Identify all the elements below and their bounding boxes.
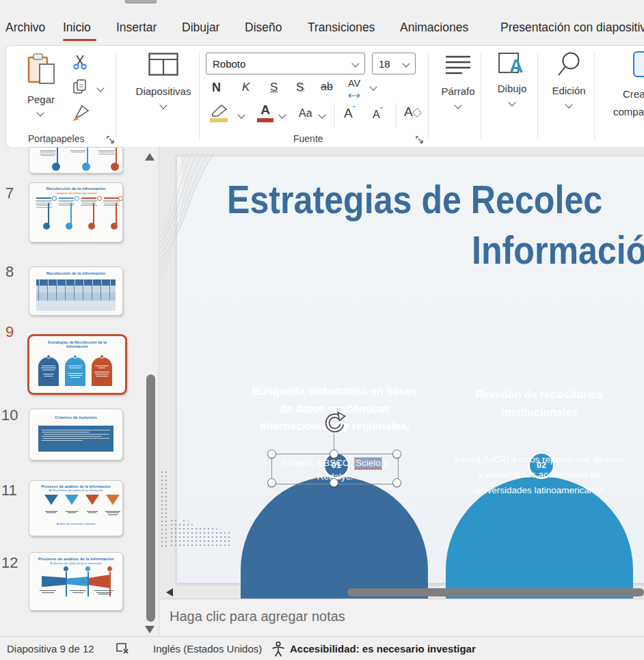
drawing-button[interactable]: A Dibujo [487,51,537,108]
clipboard-group-label: Portapapeles [28,133,85,144]
thumb12-title: Procesos de análisis de la información [29,557,122,562]
menu-transiciones[interactable]: Transiciones [308,20,375,35]
shrink-font-button[interactable]: Aˇ [373,106,383,121]
menu-bar: Archivo Inicio Insertar Dibujar Diseño T… [0,0,644,46]
hscroll-left-icon[interactable] [166,588,173,596]
paragraph-button[interactable]: Párrafo [433,54,483,111]
slide-thumbnail-partial[interactable] [29,147,123,174]
slide-number-7: 7 [5,184,14,202]
panel-scrollbar-thumb[interactable] [146,374,155,622]
font-color-chevron-icon[interactable] [278,111,286,118]
slide-thumbnail-7[interactable]: Recolección de la información Categorías… [29,182,123,243]
slide-title-line2[interactable]: Información [472,228,644,273]
eraser-diamond-icon [412,108,422,118]
italic-button[interactable]: K [242,81,250,94]
thumb10-textbox [38,426,113,452]
language-indicator[interactable]: Inglés (Estados Unidos) [153,643,262,655]
selection-handle-top-right[interactable] [392,450,401,458]
thumb7-columns [29,195,122,234]
change-case-button[interactable]: Aa [299,107,312,120]
strikethrough-button[interactable]: ab [321,81,333,93]
accessibility-status[interactable]: Accesibilidad: es necesario investigar [290,643,476,655]
clear-format-letter: A [404,105,413,119]
status-bar: Diapositiva 9 de 12 Inglés (Estados Unid… [0,636,644,660]
window-drag-handle[interactable] [125,0,157,3]
menu-inicio[interactable]: Inicio [63,20,91,35]
slide-thumbnail-10[interactable]: Criterios de inclusión [29,409,123,460]
selection-handle-bottom-center[interactable] [330,478,338,487]
selection-handle-top-left[interactable] [267,450,276,458]
clear-formatting-button[interactable]: A [404,105,420,120]
grow-font-button[interactable]: Aˆ [344,105,355,121]
menu-archivo[interactable]: Archivo [5,20,45,35]
proofing-error-icon[interactable] [115,642,130,655]
font-dialog-launcher[interactable] [415,135,424,147]
panel-scroll-up-icon[interactable] [145,153,155,161]
panel-scroll-down-icon[interactable] [145,626,155,633]
paragraph-lines-icon [444,54,472,76]
menu-dibujar[interactable]: Dibujar [182,20,219,35]
font-color-button[interactable]: A [256,103,274,122]
arch2-body-text[interactable]: Kérwá (UCR) y otros repositorios de tesi… [451,452,628,498]
slide-thumbnail-8[interactable]: Recolección de la información [29,266,123,316]
highlighter-chevron-icon[interactable] [237,111,245,118]
ribbon-separator [594,53,595,140]
magnifier-icon [556,51,582,79]
menu-insertar[interactable]: Insertar [116,20,157,35]
font-size-chevron-icon [402,59,410,67]
character-spacing-button[interactable]: AV [348,78,360,101]
slide-thumbnail-9-selected[interactable]: Estrategias de Recolección de la Informa… [27,334,127,395]
paste-button[interactable]: Pegar [20,51,61,120]
menu-diseno[interactable]: Diseño [245,20,282,35]
selection-handle-bottom-right[interactable] [392,478,401,487]
selection-handle-top-center[interactable] [330,450,338,458]
menu-animaciones[interactable]: Animaciones [400,20,468,35]
notes-placeholder[interactable]: Haga clic para agregar notas [170,609,345,624]
slide-thumbnail-11[interactable]: Procesos de análisis de la información A… [29,480,123,536]
notes-panel[interactable]: Haga clic para agregar notas [160,599,644,636]
slide-number-8: 8 [5,263,14,281]
highlighter-button[interactable] [209,103,229,125]
slides-label: Diapositivas [133,85,194,97]
rotate-handle-icon[interactable] [321,409,347,435]
change-case-chevron-icon[interactable] [318,111,325,118]
spacing-chevron-icon[interactable] [369,83,377,90]
font-name-value: Roboto [213,58,245,70]
copy-button[interactable] [72,79,88,98]
thumb11-funnels [29,492,122,522]
highlighter-icon [209,103,229,122]
font-size-combo[interactable]: 18 [372,53,416,74]
drawing-chevron-icon [508,98,515,106]
share-label-line1: Crear [623,88,644,100]
body-highlighted-word[interactable]: Scielo [355,458,381,469]
thumb8-title: Recolección de la información [29,271,122,276]
slides-button[interactable]: Diapositivas [133,53,194,111]
slide-number-12: 12 [1,554,18,572]
slide-title-line1[interactable]: Estrategias de Recolec [227,177,602,222]
editing-button[interactable]: Edición [544,51,594,110]
slide-number-9: 9 [5,323,14,341]
slide-thumbnail-12[interactable]: Procesos de análisis de la información B… [29,552,123,611]
powerpoint-window: Archivo Inicio Insertar Dibujar Diseño T… [0,0,644,660]
ribbon-separator [537,53,538,140]
font-name-combo[interactable]: Roboto [206,53,365,74]
menu-presentacion[interactable]: Presentación con diapositivas [500,20,644,35]
underline-button[interactable]: S [270,81,278,94]
format-painter-button[interactable] [72,105,91,125]
cut-button[interactable] [72,54,88,73]
ribbon-separator [428,53,429,140]
arch2-heading[interactable]: Revisión de repositorios institucionales [457,386,621,421]
bold-button[interactable]: N [212,81,221,95]
text-shadow-button[interactable]: S [296,81,304,94]
hscrollbar-thumb[interactable] [347,588,644,596]
selection-handle-bottom-left[interactable] [267,478,276,487]
paste-chevron-icon[interactable] [36,109,44,116]
thumb10-title: Criterios de inclusión [29,415,122,420]
paragraph-chevron-icon [454,101,461,109]
create-share-button[interactable]: Crear compartir [598,46,644,147]
copy-chevron-icon[interactable] [96,84,104,92]
font-color-letter: A [256,103,274,117]
clipboard-dialog-launcher[interactable] [106,135,115,147]
shrink-font-letter: A [373,109,380,120]
editing-label: Edición [544,85,594,96]
